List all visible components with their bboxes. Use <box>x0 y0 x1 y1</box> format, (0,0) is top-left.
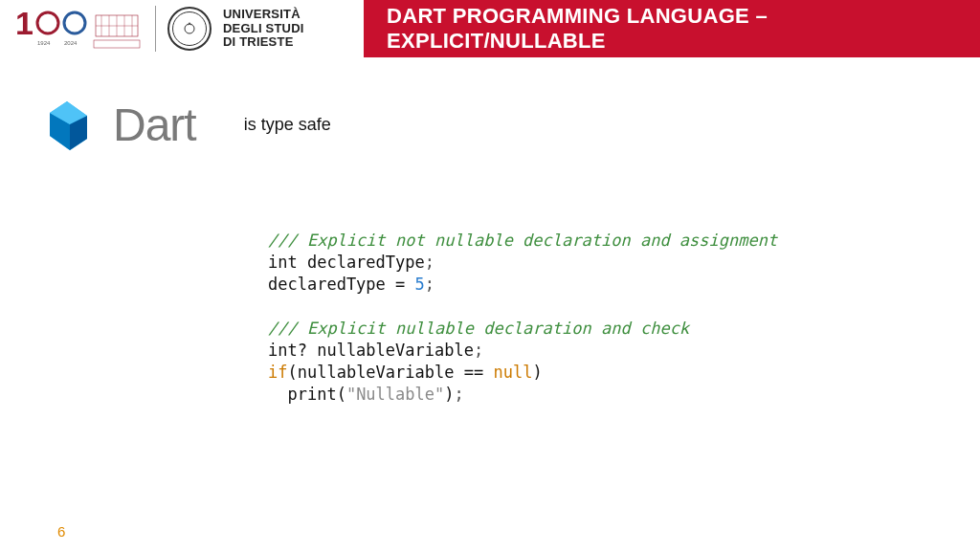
logo-area: 1 1924 2024 UNIVERSITÀ DEGLI STUDI DI <box>0 0 364 57</box>
svg-point-13 <box>185 24 194 33</box>
dart-brand-row: Dart is type safe <box>38 96 923 153</box>
svg-rect-12 <box>94 40 140 48</box>
svg-text:2024: 2024 <box>64 40 78 46</box>
code-line: declaredType = 5; <box>268 275 434 294</box>
svg-text:1: 1 <box>15 6 33 41</box>
slide-title: DART PROGRAMMING LANGUAGE – EXPLICIT/NUL… <box>387 4 957 54</box>
code-comment: /// Explicit not nullable declaration an… <box>268 231 777 250</box>
tagline: is type safe <box>244 115 331 135</box>
dart-wordmark: Dart <box>113 99 196 151</box>
dart-icon <box>38 96 96 153</box>
code-line: if(nullableVariable == null) <box>268 363 543 382</box>
uni-line3: DI TRIESTE <box>223 35 304 50</box>
svg-point-2 <box>64 12 85 33</box>
title-bar: DART PROGRAMMING LANGUAGE – EXPLICIT/NUL… <box>364 0 980 57</box>
code-line: int declaredType; <box>268 253 434 272</box>
slide-content: Dart is type safe /// Explicit not nulla… <box>0 57 980 406</box>
slide-header: 1 1924 2024 UNIVERSITÀ DEGLI STUDI DI <box>0 0 980 57</box>
university-name: UNIVERSITÀ DEGLI STUDI DI TRIESTE <box>223 8 304 51</box>
code-block: /// Explicit not nullable declaration an… <box>268 230 923 406</box>
uni-line1: UNIVERSITÀ <box>223 8 304 22</box>
dart-logo: Dart <box>38 96 196 153</box>
svg-point-1 <box>37 12 58 33</box>
anniversary-icon: 1 1924 2024 <box>10 6 144 52</box>
code-line: int? nullableVariable; <box>268 341 483 360</box>
code-comment: /// Explicit nullable declaration and ch… <box>268 319 689 338</box>
page-number: 6 <box>57 523 65 540</box>
divider <box>155 6 156 52</box>
university-seal-icon <box>167 7 212 51</box>
uni-line2: DEGLI STUDI <box>223 22 304 36</box>
anniversary-logo: 1 1924 2024 <box>10 5 144 53</box>
code-line: print("Nullable"); <box>268 385 464 404</box>
svg-text:1924: 1924 <box>37 40 51 46</box>
